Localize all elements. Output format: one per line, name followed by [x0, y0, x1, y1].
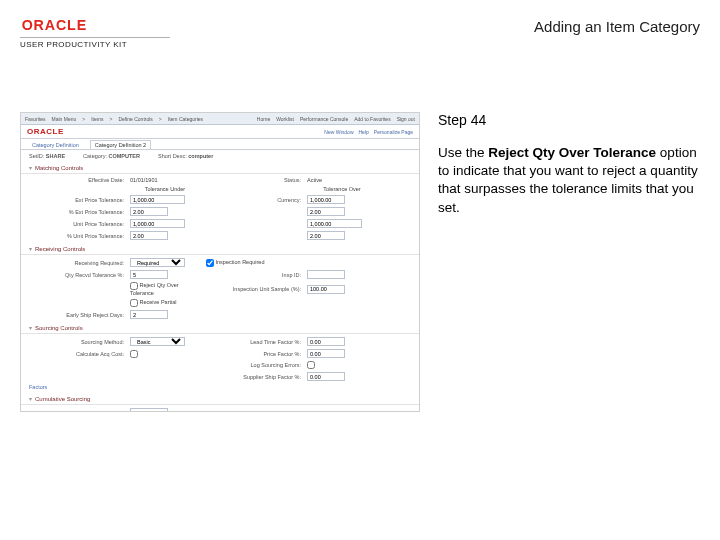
input-leadfactor[interactable]: [307, 337, 345, 346]
value-effdate: 01/01/1901: [130, 177, 200, 183]
label-unitprice: Unit Price Tolerance:: [29, 221, 124, 227]
cumulative-sourcing-grid: Vendors Sent: SetID Vendor Seq: Total Ca…: [21, 405, 419, 412]
label-pctunit: % Unit Price Tolerance:: [29, 233, 124, 239]
section-sourcing-controls[interactable]: Sourcing Controls: [21, 322, 419, 334]
input-daysearly[interactable]: [130, 310, 168, 319]
page-title: Adding an Item Category: [534, 18, 700, 35]
input-pctunit-under[interactable]: [130, 231, 168, 240]
label-reject-qty: Reject Qty Over Tolerance: [130, 282, 179, 296]
app-logo: ORACLE: [27, 127, 64, 136]
input-vendorssent[interactable]: [130, 408, 168, 412]
select-recvreq[interactable]: Required: [130, 258, 185, 267]
upk-subtitle: USER PRODUCTIVITY KIT: [20, 37, 170, 49]
input-extprice-under[interactable]: [130, 195, 185, 204]
checkbox-logsourcing[interactable]: [307, 361, 315, 369]
sourcing-controls-grid: Sourcing Method: Basic Lead Time Factor …: [21, 334, 419, 393]
tab-strip: Category Definition Category Definition …: [21, 139, 419, 150]
label-qtyrecv: Qty Recvd Tolerance %:: [29, 272, 124, 278]
breadcrumb-item[interactable]: Favorites: [25, 116, 46, 122]
col-tol-over: Tolerance Over: [307, 186, 377, 192]
step-number: Step 44: [438, 112, 700, 128]
label-inspreq: Inspection Required: [216, 259, 265, 265]
label-inspid: Insp ID:: [206, 272, 301, 278]
input-pctext-over[interactable]: [307, 207, 345, 216]
topnav-link[interactable]: Home: [257, 116, 270, 122]
label-logsourcing: Log Sourcing Errors:: [206, 362, 301, 368]
input-pctunit-over[interactable]: [307, 231, 345, 240]
input-inspunit[interactable]: [307, 285, 345, 294]
label-leadfactor: Lead Time Factor %:: [206, 339, 301, 345]
brand-link[interactable]: Personalize Page: [374, 129, 413, 135]
input-pctext-under[interactable]: [130, 207, 168, 216]
label-recvpartial: Receive Partial: [140, 299, 177, 305]
input-extprice-over[interactable]: [307, 195, 345, 204]
input-inspid[interactable]: [307, 270, 345, 279]
record-header: SetID: SHARE Category: COMPUTER Short De…: [21, 150, 419, 162]
value-status: Active: [307, 177, 377, 183]
col-tol-under: Tolerance Under: [130, 186, 200, 192]
oracle-wordmark: ORACLE: [22, 18, 87, 33]
checkbox-receive-partial[interactable]: [130, 299, 138, 307]
label-recvreq: Receiving Required:: [29, 260, 124, 266]
label-currency: Currency:: [206, 197, 301, 203]
label-daysearly: Early Ship Reject Days:: [29, 312, 124, 318]
breadcrumb-item[interactable]: Main Menu: [52, 116, 77, 122]
label-inspunit: Inspection Unit Sample (%):: [206, 286, 301, 292]
instruction-bold: Reject Qty Over Tolerance: [488, 145, 656, 160]
receiving-controls-grid: Receiving Required: Required Inspection …: [21, 255, 419, 322]
breadcrumb-item[interactable]: Define Controls: [118, 116, 152, 122]
topnav-link[interactable]: Performance Console: [300, 116, 348, 122]
app-breadcrumb-bar: Favorites Main Menu > Items > Define Con…: [21, 113, 419, 125]
instruction-pane: Step 44 Use the Reject Qty Over Toleranc…: [438, 112, 700, 510]
app-screenshot: Favorites Main Menu > Items > Define Con…: [20, 112, 420, 412]
section-receiving-controls[interactable]: Receiving Controls: [21, 243, 419, 255]
label-vendorssent: Vendors Sent:: [29, 410, 124, 413]
page-header: ORACLE USER PRODUCTIVITY KIT Adding an I…: [20, 18, 700, 56]
brand-link[interactable]: New Window: [324, 129, 353, 135]
input-unitprice-under[interactable]: [130, 219, 185, 228]
link-factors[interactable]: Factors: [29, 384, 47, 390]
label-shipfactor: Supplier Ship Factor %:: [206, 374, 301, 380]
breadcrumb-item[interactable]: Items: [91, 116, 103, 122]
input-pricefactor[interactable]: [307, 349, 345, 358]
label-pricefactor: Price Factor %:: [206, 351, 301, 357]
label-extprice: Ext Price Tolerance:: [29, 197, 124, 203]
checkbox-acqcost[interactable]: [130, 350, 138, 358]
checkbox-reject-qty-over-tolerance[interactable]: [130, 282, 138, 290]
label-status: Status:: [206, 177, 301, 183]
section-matching-controls[interactable]: Matching Controls: [21, 162, 419, 174]
label-pctext: % Ext Price Tolerance:: [29, 209, 124, 215]
breadcrumb-item[interactable]: Item Categories: [168, 116, 203, 122]
label-setid2: SetID: [206, 410, 301, 413]
input-unitprice-over[interactable]: [307, 219, 362, 228]
input-qtyrecv[interactable]: [130, 270, 168, 279]
topnav-link[interactable]: Sign out: [397, 116, 415, 122]
instruction-text: Use the Reject Qty Over Tolerance option…: [438, 144, 700, 217]
tab-category-definition-2[interactable]: Category Definition 2: [90, 140, 151, 149]
input-shipfactor[interactable]: [307, 372, 345, 381]
tab-category-definition[interactable]: Category Definition: [27, 140, 84, 149]
brand-link[interactable]: Help: [359, 129, 369, 135]
checkbox-inspection-required[interactable]: [206, 259, 214, 267]
select-srcmethod[interactable]: Basic: [130, 337, 185, 346]
label-srcmethod: Sourcing Method:: [29, 339, 124, 345]
matching-controls-grid: Effective Date: 01/01/1901 Status: Activ…: [21, 174, 419, 243]
app-brand-bar: ORACLE New Window Help Personalize Page: [21, 125, 419, 139]
label-acqcost: Calculate Acq Cost:: [29, 351, 124, 357]
topnav-link[interactable]: Add to Favorites: [354, 116, 390, 122]
label-effdate: Effective Date:: [29, 177, 124, 183]
topnav-link[interactable]: Worklist: [276, 116, 294, 122]
section-cumulative-sourcing[interactable]: Cumulative Sourcing: [21, 393, 419, 405]
